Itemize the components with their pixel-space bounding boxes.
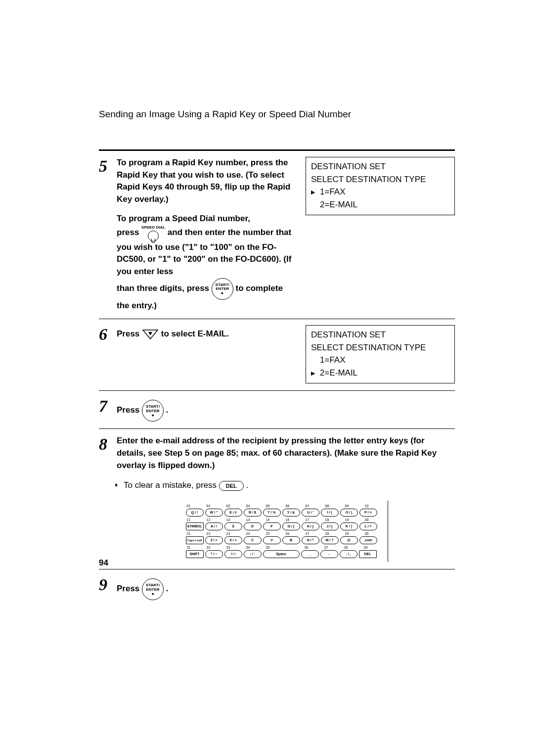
step5-text2a: To program a Speed Dial number, xyxy=(117,213,296,225)
step-7: 7 Press START/ ENTER ◈ . xyxy=(99,391,455,428)
step5-text2b: press xyxy=(117,228,141,237)
step8-text: Enter the e-mail address of the recipien… xyxy=(117,435,455,472)
page-number: 94 xyxy=(99,558,108,568)
display-box-step6: DESTINATION SET SELECT DESTINATION TYPE … xyxy=(306,325,455,383)
down-arrow-key-icon xyxy=(142,329,159,340)
step-8: 8 Enter the e-mail address of the recipi… xyxy=(99,429,455,569)
step-9: 9 Press START/ ENTER ◈ . xyxy=(99,569,455,607)
step6-text-b: to select E-MAIL. xyxy=(161,329,229,338)
step-5: 5 To program a Rapid Key number, press t… xyxy=(99,151,455,319)
start-enter-icon: START/ ENTER ◈ xyxy=(212,278,233,300)
del-key-icon: DEL xyxy=(219,481,244,491)
step-6: 6 Press to select E-MAIL. DESTINATION SE… xyxy=(99,319,455,390)
letter-entry-keyboard: 01020304050607080910 Q / !W / "E / #R / … xyxy=(184,501,388,563)
start-enter-icon: START/ ENTER ◈ xyxy=(142,578,164,600)
step7-text-a: Press xyxy=(117,406,142,415)
step7-text-b: . xyxy=(166,406,169,415)
step6-text-a: Press xyxy=(117,329,142,338)
step-number: 8 xyxy=(99,435,117,453)
step-number: 7 xyxy=(99,397,117,415)
step-number: 9 xyxy=(99,575,117,593)
step8-bullet: To clear a mistake, press DEL . xyxy=(117,479,455,492)
step5-text1: To program a Rapid Key number, press the… xyxy=(117,157,296,206)
page-header: Sending an Image Using a Rapid Key or Sp… xyxy=(99,109,455,120)
step5-text3a: than three digits, press xyxy=(117,284,212,293)
display-box-step5: DESTINATION SET SELECT DESTINATION TYPE … xyxy=(306,157,455,215)
step-number: 6 xyxy=(99,325,117,343)
step9-text-b: . xyxy=(166,584,169,594)
step9-text-a: Press xyxy=(117,584,142,594)
step-number: 5 xyxy=(99,157,117,175)
start-enter-icon: START/ ENTER ◈ xyxy=(142,400,164,422)
speed-dial-icon: SPEED DIAL xyxy=(141,225,165,241)
